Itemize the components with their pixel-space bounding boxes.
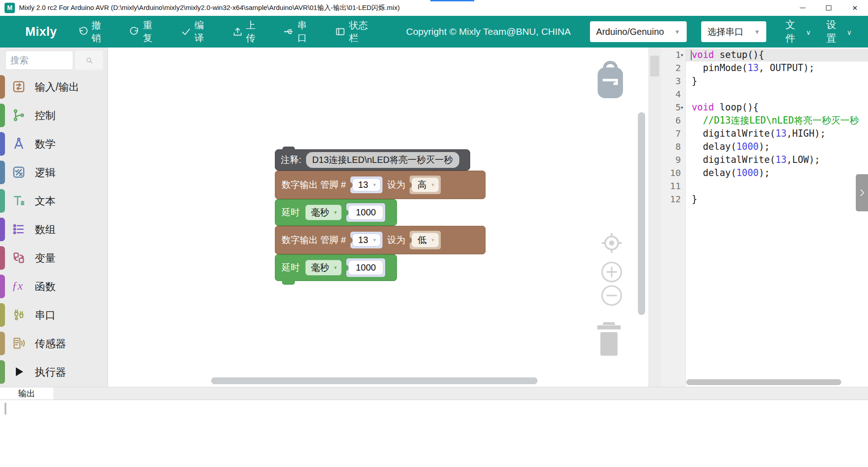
code-line[interactable]: 8 delay(1000); [661, 140, 868, 153]
output-caret [5, 403, 6, 415]
sidebar-category[interactable]: 串口 [0, 300, 108, 329]
bottom-tab-bar: 输出 [0, 387, 868, 400]
code-line[interactable]: 5▾void loop(){ [661, 101, 868, 114]
board-select[interactable]: Arduino/Genuino ▼ [590, 21, 687, 42]
level-dropdown[interactable]: 高▼ [411, 177, 439, 192]
file-menu-label: 文件 [785, 18, 803, 45]
block-category-sidebar: 输入/输出控制数学逻辑文本数组变量ƒx函数串口传感器执行器 [0, 48, 108, 387]
line-number: 1 [661, 48, 681, 62]
sidebar-category[interactable]: 控制 [0, 101, 108, 129]
code-panel-expand-button[interactable] [856, 174, 868, 211]
settings-menu[interactable]: 设置 ∨ [826, 18, 852, 45]
code-line[interactable]: 6 //D13连接LED\nLED将亮一秒灭一秒 [661, 114, 868, 127]
sidebar-category[interactable]: ƒx函数 [0, 272, 108, 300]
search-input[interactable] [5, 51, 73, 70]
workspace-horizontal-scrollbar[interactable] [211, 377, 538, 384]
level-socket: 低▼ [410, 231, 441, 249]
comment-block[interactable]: 注释: D13连接LED\nLED将亮一秒灭一秒 [275, 149, 470, 171]
code-line[interactable]: 10 delay(1000); [661, 167, 868, 180]
fold-arrow-icon[interactable]: ▾ [681, 48, 686, 62]
sidebar-category[interactable]: 传感器 [0, 329, 108, 357]
main-toolbar: Mixly 撤销重复编译上传串口状态栏 Copyright © Mixly Te… [0, 16, 868, 48]
maximize-button[interactable] [816, 0, 842, 16]
board-select-value: Arduino/Genuino [596, 27, 664, 37]
close-icon: ✕ [852, 5, 858, 11]
zoom-out-button[interactable] [600, 284, 623, 307]
code-line[interactable]: 7 digitalWrite(13,HIGH); [661, 127, 868, 140]
category-label: 串口 [35, 308, 56, 322]
line-number: 3 [661, 75, 681, 88]
code-line[interactable]: 11 [661, 180, 868, 193]
delay-value: 1000 [356, 207, 376, 218]
redo-button[interactable]: 重复 [129, 19, 160, 44]
digital-write-low-block[interactable]: 数字输出 管脚 # 13▼ 设为 低▼ [275, 226, 486, 254]
category-color-strip [0, 189, 5, 213]
file-menu[interactable]: 文件 ∨ [785, 18, 811, 45]
delay-label: 延时 [282, 206, 300, 219]
search-icon [85, 57, 93, 64]
output-console[interactable] [0, 400, 868, 467]
serial-button[interactable]: 串口 [283, 19, 314, 44]
line-number: 7 [661, 127, 681, 140]
code-line[interactable]: 1▾void setup(){ [661, 48, 868, 62]
code-line[interactable]: 3} [661, 75, 868, 88]
delay-block-1[interactable]: 延时 毫秒▼ 1000 [275, 199, 397, 226]
pin-dropdown[interactable]: 13▼ [352, 234, 381, 247]
divider-thumb[interactable] [650, 56, 659, 76]
pin-dropdown[interactable]: 13▼ [352, 178, 381, 191]
comment-text-field[interactable]: D13连接LED\nLED将亮一秒灭一秒 [306, 152, 459, 168]
port-select[interactable]: 选择串口 ▼ [701, 21, 767, 42]
code-text: delay(1000); [692, 140, 770, 153]
sidebar-category[interactable]: 数学 [0, 129, 108, 158]
fold-arrow-icon[interactable]: ▾ [681, 101, 686, 114]
io-icon [12, 80, 26, 94]
zoom-in-button[interactable] [600, 261, 623, 283]
code-text: } [692, 75, 697, 88]
sidebar-category[interactable]: 变量 [0, 243, 108, 272]
category-color-strip [0, 360, 5, 384]
delay-unit-dropdown[interactable]: 毫秒▼ [305, 205, 342, 220]
category-color-strip [0, 246, 5, 270]
variable-icon [12, 251, 26, 265]
level-socket: 高▼ [410, 176, 441, 194]
code-line[interactable]: 9 digitalWrite(13,LOW); [661, 153, 868, 167]
level-dropdown[interactable]: 低▼ [411, 233, 439, 248]
digital-write-high-block[interactable]: 数字输出 管脚 # 13▼ 设为 高▼ [275, 171, 486, 199]
panel-divider[interactable] [648, 48, 661, 387]
digital-write-label: 数字输出 管脚 # [282, 179, 346, 191]
delay-value-field[interactable]: 1000 [348, 260, 384, 275]
code-text: digitalWrite(13,LOW); [692, 153, 820, 167]
sidebar-category[interactable]: 文本 [0, 186, 108, 215]
zoom-reset-button[interactable] [600, 232, 623, 254]
code-line[interactable]: 2 pinMode(13, OUTPUT); [661, 62, 868, 75]
trash-icon[interactable] [594, 320, 623, 357]
category-label: 数组 [35, 223, 56, 237]
backpack-icon[interactable] [596, 60, 625, 100]
sidebar-category[interactable]: 执行器 [0, 357, 108, 386]
delay-unit-dropdown[interactable]: 毫秒▼ [305, 260, 342, 276]
accent-strip [430, 0, 474, 1]
sidebar-category[interactable]: 逻辑 [0, 158, 108, 186]
code-line[interactable]: 12} [661, 193, 868, 206]
upload-button[interactable]: 上传 [232, 19, 263, 44]
workspace-vertical-scrollbar[interactable] [638, 112, 645, 315]
sidebar-category[interactable]: 数组 [0, 215, 108, 243]
sidebar-category[interactable]: 输入/输出 [0, 72, 108, 101]
delay-value-field[interactable]: 1000 [348, 205, 384, 220]
tab-output[interactable]: 输出 [0, 387, 53, 400]
search-button[interactable] [75, 51, 103, 70]
code-line[interactable]: 4 [661, 88, 868, 101]
math-icon [12, 137, 26, 151]
text-icon [12, 194, 26, 208]
category-list: 输入/输出控制数学逻辑文本数组变量ƒx函数串口传感器执行器 [0, 72, 108, 386]
compile-button[interactable]: 编译 [181, 19, 212, 44]
code-text: delay(1000); [692, 167, 770, 180]
line-number: 9 [661, 153, 681, 167]
close-button[interactable]: ✕ [842, 0, 868, 16]
comment-block-label: 注释: [281, 154, 302, 166]
undo-button[interactable]: 撤销 [78, 19, 108, 44]
statusbar-button[interactable]: 状态栏 [335, 19, 374, 44]
minimize-button[interactable] [789, 0, 816, 16]
delay-block-2[interactable]: 延时 毫秒▼ 1000 [275, 254, 397, 281]
code-horizontal-scrollbar[interactable] [686, 379, 841, 385]
